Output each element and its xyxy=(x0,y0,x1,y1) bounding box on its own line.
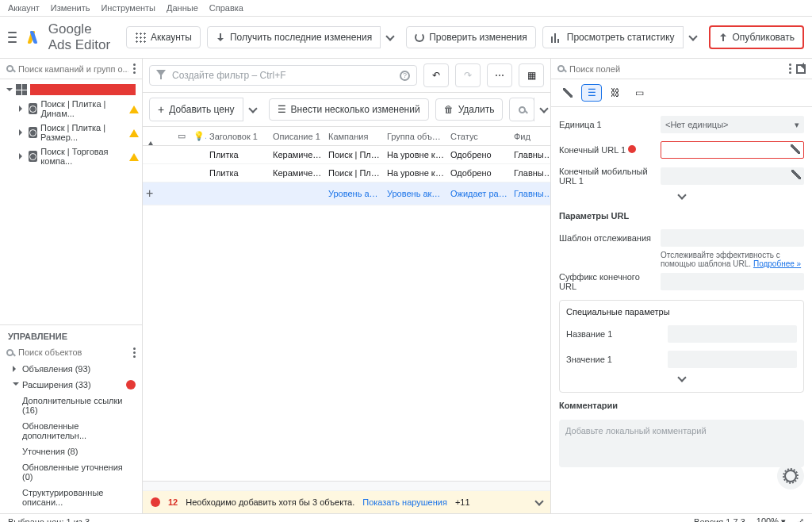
publish-button[interactable]: Опубликовать xyxy=(709,25,804,49)
col-feed[interactable]: Фид xyxy=(511,128,550,145)
objects-search-input[interactable] xyxy=(18,347,128,357)
table-row[interactable]: ПлиткаКерамическа...Поиск | Плитк...На у… xyxy=(143,164,550,182)
menu-help[interactable]: Справка xyxy=(209,3,243,13)
comment-input[interactable]: Добавьте локальный комментарий xyxy=(559,420,804,467)
zoom-label[interactable]: 100% ▾ xyxy=(756,516,786,522)
add-price-button[interactable]: +Добавить цену xyxy=(149,98,243,121)
campaign-item[interactable]: Поиск | Торговая компа... xyxy=(3,144,139,168)
unit-select[interactable]: <Нет единицы>▾ xyxy=(661,116,804,133)
col-bulb[interactable]: 💡 xyxy=(190,127,206,145)
col-comment[interactable]: ▭ xyxy=(174,127,190,145)
campaign-search-input[interactable] xyxy=(18,64,128,74)
add-icon: + xyxy=(146,186,153,200)
table-cell xyxy=(174,190,190,198)
mgmt-item[interactable]: Расширения (33) xyxy=(0,377,142,393)
menu-tools[interactable]: Инструменты xyxy=(101,3,155,13)
name1-input[interactable] xyxy=(668,325,797,343)
final-url-input[interactable] xyxy=(661,141,804,159)
h-scrollbar[interactable] xyxy=(143,481,550,490)
value1-label: Значение 1 xyxy=(566,355,661,364)
delete-button[interactable]: 🗑Удалить xyxy=(435,98,504,121)
tab-link[interactable]: ⛓ xyxy=(605,84,626,102)
table-cell: Керамическа... xyxy=(270,164,325,182)
table-row[interactable]: +Уровень акка...Уровень акка...Ожидает р… xyxy=(143,182,550,205)
hamburger-icon[interactable] xyxy=(8,32,17,43)
zoom-button[interactable] xyxy=(509,98,534,121)
chevron-down-icon[interactable] xyxy=(677,373,686,382)
mgmt-item[interactable]: Структурированные описани... xyxy=(0,485,142,510)
table-row[interactable]: ПлиткаКерамическа...Поиск | Плитк...На у… xyxy=(143,146,550,164)
bulk-edit-button[interactable]: ☰Внести несколько изменений xyxy=(269,98,429,121)
add-price-dropdown[interactable] xyxy=(243,98,262,121)
table-cell xyxy=(174,151,190,159)
account-name-redacted xyxy=(30,84,136,95)
chevron-down-icon[interactable] xyxy=(534,497,543,505)
value1-input[interactable] xyxy=(668,351,797,368)
menu-account[interactable]: Аккаунт xyxy=(8,3,40,13)
more-icon[interactable] xyxy=(133,63,136,74)
learn-more-link[interactable]: Подробнее » xyxy=(753,259,801,268)
col-title1[interactable]: Заголовок 1 xyxy=(206,128,270,145)
url-suffix-input[interactable] xyxy=(661,273,804,290)
mgmt-item[interactable]: Обновленные дополнительн... xyxy=(0,418,142,443)
redo-button[interactable]: ↷ xyxy=(455,63,481,87)
management-list: Объявления (93)Расширения (33)Дополнител… xyxy=(0,361,142,514)
settings-fab[interactable] xyxy=(777,463,804,489)
filter-input[interactable]: Создайте фильтр – Ctrl+F ? xyxy=(149,65,417,86)
view-stats-button[interactable]: Просмотреть статистику xyxy=(542,26,684,48)
undo-button[interactable]: ↶ xyxy=(423,63,449,87)
refresh-icon xyxy=(415,33,424,42)
expand-icon xyxy=(19,106,25,112)
mgmt-item[interactable]: Обновленные структурирова... xyxy=(0,510,142,514)
table-cell xyxy=(206,190,270,198)
tab-edit[interactable] xyxy=(557,84,578,102)
campaign-item[interactable]: Поиск | Плитка | Динам... xyxy=(3,97,139,121)
mgmt-item[interactable]: Уточнения (8) xyxy=(0,443,142,459)
check-changes-button[interactable]: Проверить изменения xyxy=(406,26,536,48)
mgmt-item[interactable]: Объявления (93) xyxy=(0,361,142,377)
tab-comment[interactable]: ▭ xyxy=(629,84,649,102)
tracking-template-input[interactable] xyxy=(661,229,804,247)
pencil-icon[interactable] xyxy=(791,170,801,179)
col-error[interactable] xyxy=(159,132,174,140)
col-adgroup[interactable]: Группа объявл... xyxy=(384,128,447,145)
get-changes-button[interactable]: Получить последние изменения xyxy=(207,26,381,48)
account-root[interactable] xyxy=(3,83,139,97)
mgmt-item[interactable]: Обновленные уточнения (0) xyxy=(0,459,142,485)
alert-count: 12 xyxy=(168,497,178,507)
right-panel: ☰ ⛓ ▭ Единица 1 <Нет единицы>▾ Конечный … xyxy=(550,59,812,513)
expand-icon xyxy=(19,153,25,159)
col-status[interactable]: Статус xyxy=(447,128,511,145)
chevron-down-icon[interactable] xyxy=(677,190,686,199)
get-changes-dropdown[interactable] xyxy=(380,26,400,48)
mgmt-item[interactable]: Дополнительные ссылки (16) xyxy=(0,393,142,418)
view-stats-dropdown[interactable] xyxy=(683,26,703,48)
mobile-url-input[interactable] xyxy=(661,167,804,185)
menu-data[interactable]: Данные xyxy=(167,3,198,13)
col-desc1[interactable]: Описание 1 xyxy=(270,128,325,145)
filter-icon xyxy=(156,70,166,81)
popout-icon[interactable] xyxy=(796,64,806,74)
help-icon[interactable]: ? xyxy=(400,71,410,81)
comments-heading: Комментарии xyxy=(559,393,804,415)
more-button[interactable]: ⋯ xyxy=(487,63,512,87)
col-campaign[interactable]: Кампания xyxy=(325,128,384,145)
expand-icon[interactable]: ⤢ xyxy=(797,516,804,522)
chevron-down-icon xyxy=(386,32,395,40)
campaign-item[interactable]: Поиск | Плитка | Размер... xyxy=(3,121,139,144)
alert-text: Необходимо добавить хотя бы 3 объекта. xyxy=(186,497,354,507)
tab-fields[interactable]: ☰ xyxy=(581,84,602,102)
col-warn[interactable] xyxy=(143,128,159,145)
link-icon: ⛓ xyxy=(611,87,620,98)
more-icon[interactable] xyxy=(789,63,791,74)
more-icon[interactable] xyxy=(133,347,136,358)
field-search-input[interactable] xyxy=(569,64,784,74)
alert-bar: 12 Необходимо добавить хотя бы 3 объекта… xyxy=(143,490,550,513)
layout-button[interactable]: ▦ xyxy=(519,63,544,87)
warning-icon xyxy=(146,128,155,145)
show-violations-link[interactable]: Показать нарушения xyxy=(362,497,447,507)
pencil-icon[interactable] xyxy=(791,144,800,154)
accounts-button[interactable]: Аккаунты xyxy=(126,26,201,48)
table-cell: На уровне ка... xyxy=(384,146,447,163)
menu-edit[interactable]: Изменить xyxy=(51,3,90,13)
